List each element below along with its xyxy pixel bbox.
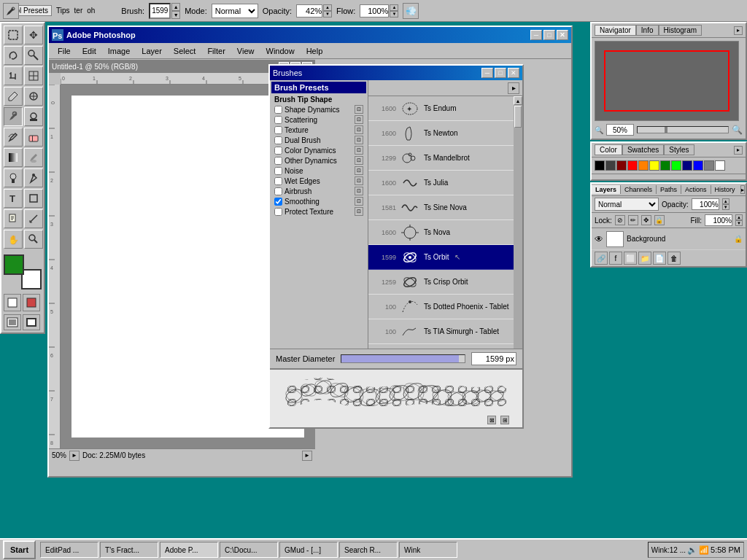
fill-down[interactable]: ▼ [735,220,743,226]
brush-item-nova[interactable]: 1600 Ts Nova [368,220,514,245]
protect-check[interactable] [274,208,282,216]
layer-effects-btn[interactable]: f [609,252,622,265]
tool-eraser[interactable] [24,128,43,147]
tool-healing[interactable] [24,87,43,106]
brush-item-simurgh[interactable]: 100 Ts TIA Simurgh - Tablet [368,319,514,344]
swatch-darkgray[interactable] [605,160,616,171]
tool-slice[interactable] [24,66,43,85]
protect-label[interactable]: Protect Texture [285,208,352,216]
flow-down[interactable]: ▼ [390,11,398,18]
brushes-close[interactable]: ✕ [508,68,519,78]
brushes-maximize[interactable]: □ [495,68,506,78]
layer-link-btn[interactable]: 🔗 [595,252,608,265]
airbrush-label[interactable]: Airbrush [285,187,352,195]
lock-transparent[interactable]: ⊘ [615,215,625,225]
scroll-thumb[interactable] [514,106,522,128]
brush-item-orbit[interactable]: 1599 Ts Orbit ↖ [368,245,514,270]
taskbar-editpad[interactable]: EditPad ... [40,542,98,558]
tab-paths[interactable]: Paths [657,185,681,194]
tool-hand[interactable]: ✋ [4,230,23,249]
swatch-orange[interactable] [638,160,649,171]
brush-item-crisp-orbit[interactable]: 1259 Ts Crisp Orbit [368,270,514,295]
lock-position[interactable]: ✥ [641,215,651,225]
flow-up[interactable]: ▲ [390,4,398,11]
tab-styles[interactable]: Styles [664,144,694,155]
tab-info[interactable]: Info [636,25,659,36]
texture-check[interactable] [274,126,282,134]
doc-status-icon[interactable]: ► [69,451,80,461]
brush-tool-icon[interactable] [3,3,19,19]
swatch-green[interactable] [660,160,670,171]
brush-item-sinenova[interactable]: 1581 Ts Sine Nova [368,195,514,220]
color-dynamics-label[interactable]: Color Dynamics [285,147,352,155]
tool-gradient[interactable] [4,148,23,167]
layer-background[interactable]: 👁 Background 🔒 [592,228,746,250]
nav-zoom-slider[interactable] [637,126,729,133]
opacity-down[interactable]: ▼ [323,11,332,18]
tool-eyedropper[interactable] [4,87,23,106]
tab-layers[interactable]: Layers [592,185,621,194]
taskbar-gmud[interactable]: GMud - [...] [279,542,338,558]
brush-size-down[interactable]: ▼ [171,11,180,19]
tool-history-brush[interactable] [4,128,23,147]
swatch-lime[interactable] [671,160,681,171]
smoothing-check[interactable] [274,198,282,206]
layer-opacity-up[interactable]: ▲ [722,198,729,204]
taskbar-search[interactable]: Search R... [339,542,398,558]
start-button[interactable]: Start [3,540,36,559]
ps-maximize[interactable]: □ [543,30,555,40]
diameter-slider[interactable] [341,354,465,363]
menu-filter[interactable]: Filter [201,45,231,57]
menu-help[interactable]: Help [301,45,329,57]
color-check[interactable] [274,147,282,155]
dual-label[interactable]: Dual Brush [285,136,352,144]
diameter-value[interactable] [471,352,516,365]
brush-size-value[interactable]: 1599 [149,3,171,19]
texture-label[interactable]: Texture [285,126,352,134]
brush-preview-resize2[interactable]: ⊞ [500,416,509,424]
scattering-label[interactable]: Scattering [285,116,352,124]
tool-zoom[interactable] [24,230,43,249]
background-color[interactable] [21,269,42,289]
layer-delete-btn[interactable]: 🗑 [667,252,681,265]
tool-stamp[interactable] [24,107,43,126]
tab-actions[interactable]: Actions [681,185,711,194]
brush-size-up[interactable]: ▲ [171,3,180,11]
menu-layer[interactable]: Layer [136,45,168,57]
tab-navigator[interactable]: Navigator [595,25,636,36]
flow-input[interactable] [360,4,389,18]
brush-preview-resize1[interactable]: ⊠ [487,416,496,424]
tool-notes[interactable] [4,209,23,228]
scroll-up[interactable]: ▲ [514,96,522,105]
swatch-gray[interactable] [704,160,714,171]
menu-file[interactable]: File [52,45,77,57]
wet-edges-label[interactable]: Wet Edges [285,177,352,185]
swatch-red[interactable] [627,160,638,171]
taskbar-wink[interactable]: Wink [399,542,457,558]
tool-lasso[interactable] [4,46,23,65]
shape-dynamics-label[interactable]: Shape Dynamics [285,106,352,114]
noise-label[interactable]: Noise [285,167,352,175]
airbrush-check[interactable] [274,187,282,195]
menu-edit[interactable]: Edit [77,45,102,57]
tab-histogram[interactable]: Histogram [659,25,703,36]
lock-image[interactable]: ✏ [628,215,638,225]
taskbar-documents[interactable]: C:\Docu... [220,542,278,558]
tool-dodge[interactable] [4,168,23,187]
brushes-minimize[interactable]: ─ [481,68,493,78]
brush-item-mandelbrot[interactable]: 1299 Ts Mandelbrot [368,146,514,171]
tab-color[interactable]: Color [595,144,622,155]
shape-dynamics-check[interactable] [274,106,282,114]
swatch-blue[interactable] [693,160,703,171]
tab-history[interactable]: History [711,185,739,194]
screen-mode-1[interactable] [4,314,21,330]
tool-text[interactable]: T [4,189,23,208]
lock-all[interactable]: 🔒 [654,215,665,225]
ps-close[interactable]: ✕ [557,30,568,40]
swatch-darkred[interactable] [616,160,627,171]
nav-zoom-input[interactable] [606,124,634,136]
layer-mask-btn[interactable]: ⬜ [624,252,637,265]
tool-move[interactable]: ✥ [24,26,43,44]
brush-item-newton[interactable]: 1600 Ts Newton [368,121,514,146]
dual-check[interactable] [274,136,282,144]
